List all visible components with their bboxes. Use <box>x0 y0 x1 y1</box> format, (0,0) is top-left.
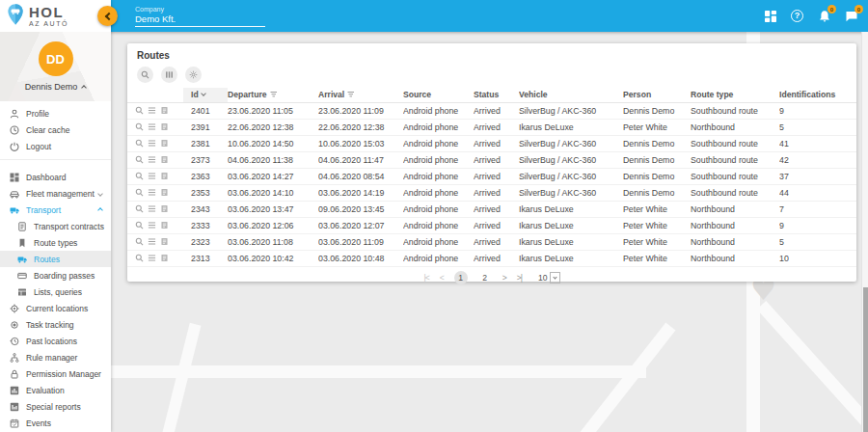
row-copy-icon[interactable] <box>160 172 169 180</box>
column-header-identifications[interactable]: Identifications <box>779 88 856 102</box>
sidebar-item-special-reports[interactable]: Special reports <box>0 398 111 415</box>
row-list-icon[interactable] <box>148 204 156 213</box>
row-search-icon[interactable] <box>135 254 144 262</box>
first-page-button[interactable]: |< <box>423 273 428 283</box>
sidebar-item-transport[interactable]: Transport <box>0 202 111 218</box>
row-search-icon[interactable] <box>135 155 144 164</box>
table-toolbar <box>127 61 856 88</box>
column-header-vehicle[interactable]: Vehicle <box>519 88 623 102</box>
cell-identifications: 42 <box>779 151 856 168</box>
row-copy-icon[interactable] <box>160 139 169 148</box>
cell-status: Arrived <box>474 119 519 135</box>
bus-icon <box>17 255 27 264</box>
sidebar-item-clear-cache[interactable]: Clear cache <box>0 122 111 138</box>
table-row[interactable]: 2373 04.06.2020 11:38 04.06.2020 11:47 A… <box>127 151 856 168</box>
sidebar-item-lists-queries[interactable]: Lists, queries <box>0 284 111 300</box>
filter-icon[interactable] <box>347 91 355 98</box>
table-row[interactable]: 2333 03.06.2020 12:06 03.06.2020 12:07 A… <box>127 217 856 233</box>
sidebar-item-boarding-passes[interactable]: Boarding passes <box>0 267 111 284</box>
row-list-icon[interactable] <box>148 139 156 148</box>
row-list-icon[interactable] <box>148 237 156 246</box>
column-header-source[interactable]: Source <box>403 88 474 102</box>
row-list-icon[interactable] <box>148 172 156 180</box>
row-list-icon[interactable] <box>148 254 156 262</box>
column-header-id[interactable]: Id <box>183 88 228 102</box>
row-search-icon[interactable] <box>135 122 144 131</box>
row-copy-icon[interactable] <box>160 254 169 262</box>
row-copy-icon[interactable] <box>160 188 169 197</box>
company-input[interactable]: Demo Kft. <box>135 14 265 27</box>
settings-gear-button[interactable] <box>185 67 202 83</box>
sidebar-item-transport-contracts[interactable]: Transport contracts <box>0 218 111 234</box>
filter-icon[interactable] <box>270 91 278 98</box>
row-search-icon[interactable] <box>135 172 144 180</box>
sidebar-item-dashboard[interactable]: Dashboard <box>0 169 111 185</box>
row-copy-icon[interactable] <box>160 204 169 213</box>
company-field[interactable]: Company Demo Kft. <box>135 6 265 27</box>
row-search-icon[interactable] <box>135 188 144 197</box>
table-row[interactable]: 2363 03.06.2020 14:27 04.06.2020 08:54 A… <box>127 168 856 184</box>
cell-route-type: Southbound route <box>691 102 779 119</box>
column-header-status[interactable]: Status <box>474 88 519 102</box>
row-search-icon[interactable] <box>135 139 144 148</box>
column-header-route-type[interactable]: Route type <box>691 88 779 102</box>
row-copy-icon[interactable] <box>160 155 169 164</box>
column-header-arrival[interactable]: Arrival <box>318 88 403 102</box>
table-row[interactable]: 2381 10.06.2020 14:50 10.06.2020 15:03 A… <box>127 135 856 151</box>
row-list-icon[interactable] <box>148 122 156 131</box>
page-button-2[interactable]: 2 <box>478 271 492 284</box>
table-row[interactable]: 2353 03.06.2020 14:10 03.06.2020 14:19 A… <box>127 184 856 201</box>
sidebar-item-past-locations[interactable]: Past locations <box>0 333 111 349</box>
sidebar-item-task-tracking[interactable]: Task tracking <box>0 316 111 333</box>
vertical-scrollbar[interactable] <box>861 32 868 432</box>
row-search-icon[interactable] <box>135 204 144 213</box>
sidebar-item-permission-manager[interactable]: Permission Manager <box>0 365 111 382</box>
table-row[interactable]: 2313 03.06.2020 10:42 03.06.2020 10:48 A… <box>127 250 856 266</box>
row-copy-icon[interactable] <box>160 122 169 131</box>
sidebar-item-logout[interactable]: Logout <box>0 138 111 154</box>
messages-chat-icon[interactable]: 0 <box>844 9 858 23</box>
column-header-departure[interactable]: Departure <box>228 88 318 102</box>
sidebar-item-routes[interactable]: Routes <box>0 251 111 267</box>
next-page-button[interactable]: > <box>502 273 506 283</box>
notifications-bell-icon[interactable]: 0 <box>817 9 831 23</box>
columns-button[interactable] <box>161 67 177 83</box>
prev-page-button[interactable]: < <box>440 273 444 283</box>
avatar[interactable]: DD <box>39 41 73 76</box>
search-button[interactable] <box>137 67 153 83</box>
sidebar-item-route-types[interactable]: Route types <box>0 234 111 251</box>
row-copy-icon[interactable] <box>160 237 169 246</box>
column-header-person[interactable]: Person <box>623 88 691 102</box>
row-list-icon[interactable] <box>148 106 156 115</box>
last-page-button[interactable]: >| <box>517 273 522 283</box>
row-copy-icon[interactable] <box>160 221 169 230</box>
sidebar-collapse-button[interactable] <box>97 6 118 26</box>
apps-grid-icon[interactable] <box>763 9 777 23</box>
user-menu-toggle[interactable]: Dennis Demo <box>25 82 87 92</box>
table-row[interactable]: 2323 03.06.2020 11:08 03.06.2020 11:09 A… <box>127 233 856 250</box>
sidebar-item-rule-manager[interactable]: Rule manager <box>0 349 111 365</box>
table-row[interactable]: 2343 03.06.2020 13:47 09.06.2020 13:45 A… <box>127 201 856 217</box>
table-row[interactable]: 2391 22.06.2020 12:38 22.06.2020 12:38 A… <box>127 119 856 135</box>
help-icon[interactable]: ? <box>790 9 804 23</box>
row-search-icon[interactable] <box>135 221 144 230</box>
row-search-icon[interactable] <box>135 237 144 246</box>
cell-route-type: Southbound route <box>691 151 779 168</box>
row-list-icon[interactable] <box>148 221 156 230</box>
page-button-1[interactable]: 1 <box>454 271 468 284</box>
table-row[interactable]: 2401 23.06.2020 11:05 23.06.2020 11:09 A… <box>127 102 856 119</box>
page-size-dropdown[interactable] <box>550 272 560 284</box>
sidebar-item-evaluation[interactable]: Evaluation <box>0 382 111 398</box>
scrollbar-thumb[interactable] <box>863 287 868 432</box>
row-list-icon[interactable] <box>148 188 156 197</box>
sidebar-item-events[interactable]: Events <box>0 415 111 431</box>
sidebar-item-label: Lists, queries <box>34 287 82 297</box>
cell-id: 2333 <box>183 217 228 233</box>
row-copy-icon[interactable] <box>160 106 169 115</box>
row-search-icon[interactable] <box>135 106 144 115</box>
sidebar-item-current-locations[interactable]: Current locations <box>0 300 111 316</box>
sidebar-item-profile[interactable]: Profile <box>0 105 111 122</box>
row-list-icon[interactable] <box>148 155 156 164</box>
chevron-left-icon <box>105 12 113 19</box>
sidebar-item-fleet-management[interactable]: Fleet management <box>0 185 111 202</box>
